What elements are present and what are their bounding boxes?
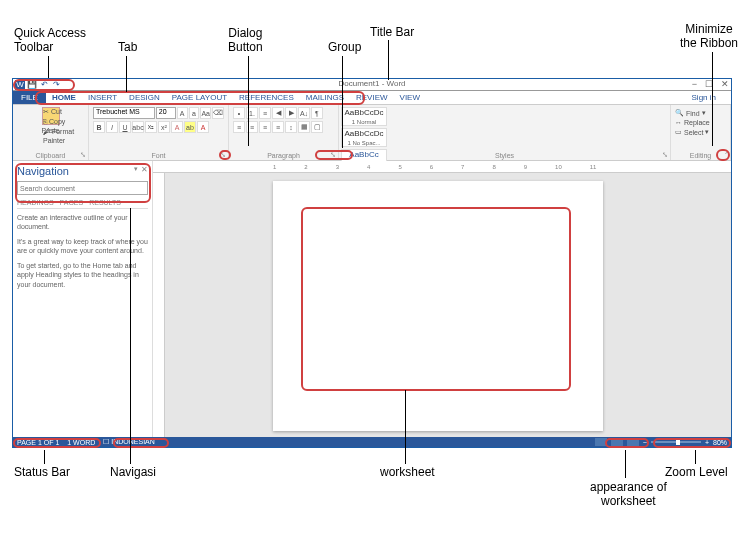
annotation-nav: Navigasi	[110, 465, 156, 479]
ribbon-tabs: FILE HOME INSERT DESIGN PAGE LAYOUT REFE…	[13, 91, 731, 105]
copy-button[interactable]: ⎘ Copy	[43, 117, 88, 127]
find-button[interactable]: 🔍 Find ▾	[675, 109, 726, 117]
superscript-button[interactable]: x²	[158, 121, 170, 133]
nav-help-text: Create an interactive outline of your do…	[17, 213, 148, 289]
minimize-icon[interactable]: −	[692, 79, 697, 89]
highlight-button[interactable]: ab	[184, 121, 196, 133]
clipboard-dialog-launcher[interactable]: ⤡	[80, 151, 86, 159]
replace-button[interactable]: ↔ Replace	[675, 119, 726, 126]
justify-button[interactable]: ≡	[272, 121, 284, 133]
zoom-level[interactable]: 80%	[713, 439, 727, 446]
read-mode-button[interactable]	[595, 438, 607, 446]
zoom-in-button[interactable]: +	[705, 439, 709, 446]
word-count[interactable]: 1 WORD	[67, 439, 95, 446]
group-label-editing: Editing	[690, 152, 711, 159]
collapse-ribbon-button[interactable]: ^	[725, 149, 729, 158]
paragraph-dialog-launcher[interactable]: ⤡	[330, 151, 336, 159]
decrease-indent-button[interactable]: ◀	[272, 107, 284, 119]
page-count[interactable]: PAGE 1 OF 1	[17, 439, 59, 446]
annotation-qat: Quick Access Toolbar	[14, 26, 86, 54]
increase-indent-button[interactable]: ▶	[285, 107, 297, 119]
status-bar: PAGE 1 OF 1 1 WORD ☐ INDONESIAN − + 80%	[13, 437, 731, 447]
group-label-font: Font	[151, 152, 165, 159]
annotation-minimize: Minimize the Ribbon	[680, 22, 738, 50]
annotation-tab: Tab	[118, 40, 137, 54]
shrink-font-button[interactable]: a	[189, 107, 200, 119]
font-size-select[interactable]: 20	[156, 107, 176, 119]
app-window: W 💾 ↶ ↷ Document1 - Word − ☐ ✕ FILE HOME…	[12, 78, 732, 448]
editing-group: 🔍 Find ▾ ↔ Replace ▭ Select ▾ Editing	[671, 105, 731, 160]
paragraph-group: • 1. ≡ ◀ ▶ A↓ ¶ ≡ ≡ ≡ ≡ ↕ ▦ ▢ Paragraph …	[229, 105, 339, 160]
styles-dialog-launcher[interactable]: ⤡	[662, 151, 668, 159]
subscript-button[interactable]: x₂	[145, 121, 157, 133]
nav-tabs: HEADINGS PAGES RESULTS	[17, 199, 148, 209]
tab-file[interactable]: FILE	[13, 91, 46, 104]
align-left-button[interactable]: ≡	[233, 121, 245, 133]
align-right-button[interactable]: ≡	[259, 121, 271, 133]
annotation-worksheet: worksheet	[380, 465, 435, 479]
quick-access-toolbar: W 💾 ↶ ↷ Document1 - Word − ☐ ✕	[13, 79, 731, 91]
style-normal[interactable]: AaBbCcDc1 Normal	[341, 107, 387, 126]
italic-button[interactable]: I	[106, 121, 118, 133]
window-buttons: − ☐ ✕	[692, 79, 729, 89]
grow-font-button[interactable]: A	[177, 107, 188, 119]
tab-review[interactable]: REVIEW	[350, 93, 394, 102]
nav-tab-results[interactable]: RESULTS	[89, 199, 121, 206]
format-painter-button[interactable]: 🖌 Format Painter	[43, 127, 88, 147]
work-area: ▾ ✕ Navigation HEADINGS PAGES RESULTS Cr…	[13, 161, 731, 437]
web-layout-button[interactable]	[627, 438, 639, 446]
multilevel-button[interactable]: ≡	[259, 107, 271, 119]
style-nospacing[interactable]: AaBbCcDc1 No Spac...	[341, 128, 387, 147]
bold-button[interactable]: B	[93, 121, 105, 133]
ribbon: Paste ✂ Cut ⎘ Copy 🖌 Format Painter Clip…	[13, 105, 731, 161]
redo-icon[interactable]: ↷	[51, 80, 61, 90]
tab-design[interactable]: DESIGN	[123, 93, 166, 102]
vertical-ruler[interactable]	[153, 173, 165, 437]
font-group: Trebuchet MS 20 A a Aa ⌫ B I U abc x₂ x²…	[89, 105, 229, 160]
tab-references[interactable]: REFERENCES	[233, 93, 300, 102]
group-label-clipboard: Clipboard	[36, 152, 66, 159]
pin-icon[interactable]: ▾	[134, 165, 138, 173]
title-bar: Document1 - Word	[339, 79, 406, 88]
borders-button[interactable]: ▢	[311, 121, 323, 133]
group-label-paragraph: Paragraph	[267, 152, 300, 159]
nav-close-button[interactable]: ✕	[141, 165, 148, 174]
bullets-button[interactable]: •	[233, 107, 245, 119]
undo-icon[interactable]: ↶	[39, 80, 49, 90]
document-page[interactable]	[273, 181, 603, 431]
annotation-title: Title Bar	[370, 25, 414, 39]
tab-view[interactable]: VIEW	[394, 93, 426, 102]
shading-button[interactable]: ▦	[298, 121, 310, 133]
nav-tab-pages[interactable]: PAGES	[60, 199, 84, 206]
show-marks-button[interactable]: ¶	[311, 107, 323, 119]
nav-search-input[interactable]	[17, 181, 148, 195]
font-name-select[interactable]: Trebuchet MS	[93, 107, 155, 119]
navigation-pane: ▾ ✕ Navigation HEADINGS PAGES RESULTS Cr…	[13, 161, 153, 437]
annotation-appearance: appearance of worksheet	[590, 480, 667, 508]
close-icon[interactable]: ✕	[721, 79, 729, 89]
print-layout-button[interactable]	[611, 438, 623, 446]
zoom-out-button[interactable]: −	[643, 439, 647, 446]
tab-home[interactable]: HOME	[46, 93, 82, 102]
horizontal-ruler[interactable]: 1234567891011	[153, 161, 731, 173]
cut-button[interactable]: ✂ Cut	[43, 107, 88, 117]
strike-button[interactable]: abc	[132, 121, 144, 133]
clear-format-button[interactable]: ⌫	[212, 107, 224, 119]
save-icon[interactable]: 💾	[27, 80, 37, 90]
sort-button[interactable]: A↓	[298, 107, 310, 119]
word-icon: W	[15, 80, 25, 90]
underline-button[interactable]: U	[119, 121, 131, 133]
line-spacing-button[interactable]: ↕	[285, 121, 297, 133]
nav-tab-headings[interactable]: HEADINGS	[17, 199, 54, 206]
font-color-button[interactable]: A	[197, 121, 209, 133]
tab-pagelayout[interactable]: PAGE LAYOUT	[166, 93, 233, 102]
annotation-dialog: Dialog Button	[228, 26, 263, 54]
font-dialog-launcher[interactable]: ⤡	[220, 151, 226, 159]
select-button[interactable]: ▭ Select ▾	[675, 128, 726, 136]
annotation-group: Group	[328, 40, 361, 54]
text-effects-button[interactable]: A	[171, 121, 183, 133]
change-case-button[interactable]: Aa	[200, 107, 211, 119]
document-area: 1234567891011	[153, 161, 731, 437]
tab-insert[interactable]: INSERT	[82, 93, 123, 102]
zoom-slider[interactable]	[651, 441, 701, 443]
